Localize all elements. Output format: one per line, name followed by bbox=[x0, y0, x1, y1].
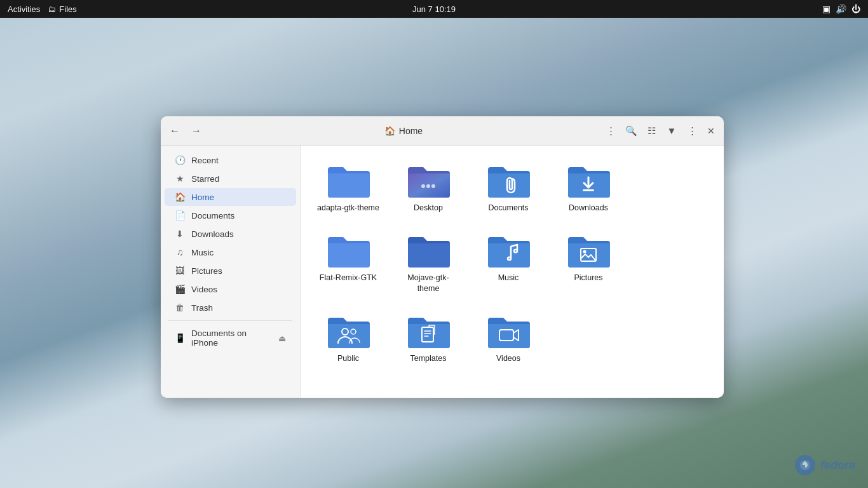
app-indicator: 🗂 Files bbox=[48, 4, 76, 14]
file-item-mojave-gtk-theme[interactable]: Mojave-gtk-theme bbox=[393, 226, 463, 299]
eject-button[interactable]: ⏏ bbox=[278, 334, 286, 343]
activities-button[interactable]: Activities bbox=[8, 4, 40, 14]
window-body: 🕐 Recent ★ Starred 🏠 Home 📄 Documents ⬇ … bbox=[161, 146, 724, 398]
svg-point-5 bbox=[583, 250, 587, 254]
sidebar-item-pictures[interactable]: 🖼 Pictures bbox=[165, 262, 296, 280]
downloads-icon: ⬇ bbox=[175, 229, 185, 239]
iphone-icon: 📱 bbox=[175, 333, 185, 343]
topbar-power-icon[interactable]: ⏻ bbox=[851, 4, 860, 14]
sidebar-item-pictures-label: Pictures bbox=[191, 266, 222, 276]
sidebar-item-recent[interactable]: 🕐 Recent bbox=[165, 151, 296, 169]
topbar-display-icon[interactable]: ▣ bbox=[822, 4, 831, 14]
more-options-button[interactable]: ⋮ bbox=[683, 122, 701, 140]
forward-button[interactable]: → bbox=[187, 122, 205, 140]
file-label-downloads: Downloads bbox=[569, 203, 608, 213]
menu-dots-icon: ⋮ bbox=[606, 125, 616, 137]
sidebar-item-iphone-label: Documents on iPhone bbox=[191, 329, 272, 348]
more-icon: ⋮ bbox=[688, 125, 697, 137]
folder-icon-adapta-gtk-theme bbox=[325, 161, 371, 199]
sidebar-item-starred[interactable]: ★ Starred bbox=[165, 170, 296, 187]
home-icon: 🏠 bbox=[175, 192, 185, 202]
folder-icon-templates bbox=[405, 311, 451, 349]
search-button[interactable]: 🔍 bbox=[622, 122, 640, 140]
files-grid: adapta-gtk-theme bbox=[313, 156, 711, 369]
back-button[interactable]: ← bbox=[166, 122, 184, 140]
sidebar-item-music-label: Music bbox=[191, 248, 214, 257]
folder-icon-music bbox=[485, 231, 531, 269]
fedora-text: fedora bbox=[820, 459, 855, 472]
pictures-icon: 🖼 bbox=[175, 266, 185, 276]
music-icon: ♫ bbox=[175, 247, 185, 257]
sidebar-item-starred-label: Starred bbox=[191, 174, 219, 184]
file-item-adapta-gtk-theme[interactable]: adapta-gtk-theme bbox=[313, 156, 383, 218]
view-toggle-button[interactable]: ☷ bbox=[642, 122, 660, 140]
folder-icon-flat-remix-gtk bbox=[325, 231, 371, 269]
file-item-desktop[interactable]: Desktop bbox=[393, 156, 463, 218]
file-item-templates[interactable]: Templates bbox=[393, 306, 463, 369]
sidebar-item-iphone[interactable]: 📱 Documents on iPhone ⏏ bbox=[165, 325, 296, 351]
sidebar-item-home[interactable]: 🏠 Home bbox=[165, 188, 296, 206]
svg-rect-3 bbox=[583, 189, 594, 191]
topbar-volume-icon[interactable]: 🔊 bbox=[836, 4, 846, 14]
close-button[interactable]: ✕ bbox=[703, 123, 719, 139]
svg-point-2 bbox=[431, 184, 435, 188]
sidebar-item-downloads[interactable]: ⬇ Downloads bbox=[165, 225, 296, 243]
folder-icon-downloads bbox=[566, 161, 611, 199]
file-item-flat-remix-gtk[interactable]: Flat-Remix-GTK bbox=[313, 226, 383, 299]
sidebar-item-trash[interactable]: 🗑 Trash bbox=[165, 299, 296, 316]
file-item-documents[interactable]: Documents bbox=[473, 156, 543, 218]
main-content: adapta-gtk-theme bbox=[301, 146, 724, 398]
sidebar-item-home-label: Home bbox=[191, 193, 214, 202]
file-item-music[interactable]: Music bbox=[473, 226, 543, 299]
videos-icon: 🎬 bbox=[175, 284, 185, 294]
sidebar-item-videos[interactable]: 🎬 Videos bbox=[165, 280, 296, 298]
svg-point-1 bbox=[426, 184, 430, 188]
file-item-videos[interactable]: Videos bbox=[473, 306, 543, 369]
file-label-desktop: Desktop bbox=[414, 203, 443, 213]
file-label-pictures: Pictures bbox=[574, 273, 602, 283]
close-icon: ✕ bbox=[707, 126, 715, 136]
files-window-icon: 🗂 bbox=[48, 4, 56, 14]
folder-icon-public bbox=[325, 311, 371, 349]
folder-icon-mojave-gtk-theme bbox=[405, 231, 451, 269]
starred-icon: ★ bbox=[175, 173, 185, 184]
fedora-logo: fedora bbox=[795, 455, 855, 475]
sort-dropdown-button[interactable]: ▼ bbox=[663, 122, 681, 140]
sidebar: 🕐 Recent ★ Starred 🏠 Home 📄 Documents ⬇ … bbox=[161, 146, 301, 398]
sidebar-item-music[interactable]: ♫ Music bbox=[165, 243, 296, 261]
file-label-adapta-gtk-theme: adapta-gtk-theme bbox=[317, 203, 379, 213]
location-home-icon: 🏠 bbox=[384, 126, 395, 136]
view-icon: ☷ bbox=[648, 125, 656, 137]
folder-icon-pictures bbox=[566, 231, 611, 269]
recent-icon: 🕐 bbox=[175, 155, 185, 165]
location-label: Home bbox=[399, 126, 423, 136]
back-icon: ← bbox=[170, 125, 180, 137]
file-label-music: Music bbox=[498, 273, 519, 283]
app-name-label: Files bbox=[59, 4, 76, 14]
folder-icon-videos bbox=[485, 311, 531, 349]
file-label-flat-remix-gtk: Flat-Remix-GTK bbox=[320, 273, 377, 283]
file-item-pictures[interactable]: Pictures bbox=[553, 226, 623, 299]
search-icon: 🔍 bbox=[625, 125, 637, 137]
sidebar-item-documents[interactable]: 📄 Documents bbox=[165, 207, 296, 224]
topbar: Activities 🗂 Files Jun 7 10:19 ▣ 🔊 ⏻ bbox=[0, 0, 868, 18]
files-window: ← → 🏠 Home ⋮ 🔍 ☷ ▼ ⋮ ✕ bbox=[161, 116, 724, 398]
file-item-downloads[interactable]: Downloads bbox=[553, 156, 623, 218]
sidebar-item-videos-label: Videos bbox=[191, 285, 217, 294]
trash-icon: 🗑 bbox=[175, 302, 185, 313]
window-header: ← → 🏠 Home ⋮ 🔍 ☷ ▼ ⋮ ✕ bbox=[161, 116, 724, 146]
file-label-documents: Documents bbox=[488, 203, 528, 213]
sidebar-item-trash-label: Trash bbox=[191, 303, 213, 313]
menu-dots-button[interactable]: ⋮ bbox=[602, 122, 620, 140]
forward-icon: → bbox=[191, 125, 201, 137]
file-label-public: Public bbox=[337, 353, 359, 363]
file-label-videos: Videos bbox=[496, 353, 520, 363]
chevron-down-icon: ▼ bbox=[667, 125, 677, 136]
file-item-public[interactable]: Public bbox=[313, 306, 383, 369]
file-label-templates: Templates bbox=[410, 353, 447, 363]
folder-icon-documents bbox=[485, 161, 531, 199]
sidebar-item-documents-label: Documents bbox=[191, 211, 234, 220]
documents-icon: 📄 bbox=[175, 210, 185, 220]
location-bar[interactable]: 🏠 Home bbox=[209, 126, 598, 136]
file-label-mojave-gtk-theme: Mojave-gtk-theme bbox=[397, 273, 459, 294]
